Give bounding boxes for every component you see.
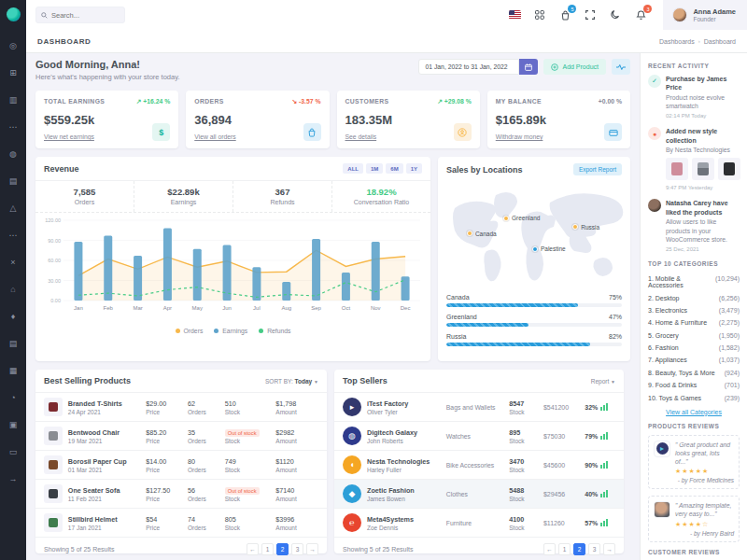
category-count: (1,582)	[719, 344, 740, 351]
view-all-categories-link[interactable]: View all Categories	[648, 409, 740, 415]
stat-link[interactable]: Withdraw money	[496, 133, 543, 140]
apps-grid-icon[interactable]	[533, 8, 546, 21]
fullscreen-icon[interactable]	[584, 8, 597, 21]
map-marker-canada[interactable]: Canada	[467, 231, 497, 237]
product-row[interactable]: Bentwood Chair19 Mar 2021$85.20Price35Or…	[35, 421, 327, 450]
product-review-2[interactable]: " Amazing template, very easy to..." ★★★…	[648, 496, 740, 541]
page-1[interactable]: 1	[558, 543, 571, 555]
date-range-input[interactable]: 01 Jan, 2022 to 31 Jan, 2022	[418, 59, 519, 75]
category-row[interactable]: 2. Desktop(6,256)	[648, 291, 740, 303]
notifications-bell-icon[interactable]: 3	[634, 8, 647, 21]
activity-item-purchase[interactable]: ✓ Purchase by James Price Product noise …	[648, 75, 740, 119]
legend-earnings[interactable]: Earnings	[214, 328, 247, 334]
chart-icon[interactable]: ▣	[0, 411, 26, 438]
search-box[interactable]	[35, 7, 125, 23]
dark-mode-moon-icon[interactable]	[609, 8, 622, 21]
page-3[interactable]: 3	[588, 543, 600, 555]
seller-row[interactable]: ▸iTest FactoryOliver TylerBags and Walle…	[334, 392, 624, 421]
language-flag-icon[interactable]	[508, 8, 521, 21]
cart-icon[interactable]: 5	[558, 8, 571, 21]
category-row[interactable]: 7. Appliances(1,037)	[648, 354, 740, 366]
filter-all[interactable]: ALL	[343, 163, 363, 174]
filter-6m[interactable]: 6M	[386, 163, 402, 174]
invoice-icon[interactable]: ▤	[0, 329, 26, 357]
product-row[interactable]: One Seater Sofa11 Feb 2021$127.50Price56…	[35, 479, 327, 508]
seller-row[interactable]: ℮Meta4SystemsZoe DennisFurniture4100Stoc…	[334, 508, 624, 537]
product-review-1[interactable]: ▸ " Great product and looks great, lots …	[648, 435, 740, 490]
clock-icon[interactable]: ◔	[0, 384, 26, 411]
filter-1m[interactable]: 1M	[366, 163, 383, 174]
page-2[interactable]: 2	[276, 543, 289, 555]
world-map[interactable]: Greenland Canada Russia Palestine	[438, 182, 630, 292]
legend-orders[interactable]: Orders	[176, 328, 204, 334]
category-name: 7. Appliances	[648, 357, 687, 363]
page-prev[interactable]: ←	[247, 543, 259, 555]
category-row[interactable]: 3. Electronics(3,479)	[648, 304, 740, 316]
category-row[interactable]: 1. Mobile & Accessories(10,294)	[648, 273, 740, 291]
add-product-button[interactable]: Add Product	[543, 59, 606, 75]
activity-pulse-button[interactable]	[612, 59, 630, 75]
category-row[interactable]: 6. Fashion(1,582)	[648, 342, 740, 354]
seller-row[interactable]: ◆Zoetic FashionJames BowenClothes5488Sto…	[334, 479, 624, 508]
activity-item-liked[interactable]: Natasha Carey have liked the products Al…	[648, 199, 740, 252]
category-row[interactable]: 10. Toys & Games(239)	[648, 391, 740, 403]
revenue-chart[interactable]: 0.0030.0060.0090.00120.00JanFebMarAprMay…	[35, 213, 430, 327]
app-logo[interactable]	[0, 0, 26, 28]
page-3[interactable]: 3	[291, 543, 303, 555]
product-thumb-bag[interactable]	[718, 158, 740, 180]
product-row[interactable]: Branded T-Shirts24 Apr 2021$29.00Price62…	[35, 392, 327, 421]
calendar-button[interactable]	[519, 59, 538, 75]
seller-percent: 90%	[585, 461, 615, 469]
category-row[interactable]: 8. Beauty, Toys & More(924)	[648, 367, 740, 379]
page-next[interactable]: →	[306, 543, 318, 555]
map-marker-palestine[interactable]: Palestine	[532, 245, 566, 252]
category-row[interactable]: 4. Home & Furniture(2,275)	[648, 316, 740, 329]
stat-link[interactable]: View all orders	[194, 133, 235, 140]
report-dropdown[interactable]: Report ▼	[591, 378, 615, 385]
map-icon[interactable]: ▭	[0, 438, 26, 465]
category-row[interactable]: 9. Food & Drinks(701)	[648, 379, 740, 391]
map-marker-russia[interactable]: Russia	[572, 224, 599, 231]
page-prev[interactable]: ←	[543, 543, 556, 555]
product-thumb-jacket[interactable]	[666, 158, 688, 180]
product-thumb-tripod[interactable]	[692, 158, 714, 180]
apps-icon[interactable]: ⊞	[0, 59, 26, 86]
account-icon[interactable]: ◍	[0, 140, 26, 167]
idcard-icon[interactable]: ▤	[0, 167, 26, 194]
layouts-icon[interactable]: ▥	[0, 86, 26, 113]
page-next[interactable]: →	[603, 543, 615, 555]
breadcrumb-parent[interactable]: Dashboards	[659, 38, 695, 45]
dashboard-icon[interactable]: ◎	[0, 32, 26, 59]
flask-icon[interactable]: ♦	[0, 302, 26, 329]
map-marker-greenland[interactable]: Greenland	[503, 215, 540, 221]
category-name: 4. Home & Furniture	[648, 319, 707, 326]
briefcase-icon[interactable]: ⌂	[0, 275, 26, 302]
sort-by-dropdown[interactable]: SORT BY: Today ▼	[265, 378, 318, 385]
seller-row[interactable]: ◖Nesta TechnologiesHarley FullerBike Acc…	[334, 450, 624, 479]
export-icon[interactable]: →	[0, 465, 26, 492]
notifications-icon[interactable]: △	[0, 194, 26, 221]
close-icon[interactable]: ×	[0, 248, 26, 275]
dots-icon-2[interactable]: ⋯	[0, 221, 26, 248]
legend-refunds[interactable]: Refunds	[259, 328, 290, 334]
export-report-button[interactable]: Export Report	[573, 163, 622, 175]
logo-icon	[7, 7, 21, 21]
search-input[interactable]	[51, 11, 119, 20]
dots-icon[interactable]: ⋯	[0, 113, 26, 140]
sales-by-locations-card: Sales by Locations Export Report	[438, 157, 630, 361]
product-row[interactable]: Stillbird Helmet17 Jan 2021$54Price74Ord…	[35, 508, 327, 537]
filter-1y[interactable]: 1Y	[406, 163, 422, 174]
table-icon[interactable]: ▦	[0, 357, 26, 384]
page-1[interactable]: 1	[261, 543, 274, 555]
category-row[interactable]: 5. Grocery(1,950)	[648, 329, 740, 341]
stat-link[interactable]: See details	[345, 133, 377, 140]
category-count: (2,275)	[719, 319, 740, 326]
page-2[interactable]: 2	[573, 543, 585, 555]
seller-row[interactable]: ◍Digitech GalaxyJohn RobertsWatches895St…	[334, 421, 624, 450]
user-menu[interactable]: Anna Adame Founder	[663, 0, 747, 30]
seller-amount: $541200	[543, 404, 585, 411]
product-row[interactable]: Borosil Paper Cup01 Mar 2021$14.00Price8…	[35, 450, 327, 479]
stat-link[interactable]: View net earnings	[44, 133, 94, 140]
activity-item-style-collection[interactable]: ● Added new style collection By Nesta Te…	[648, 127, 740, 191]
page-title-row: DASHBOARD Dashboards › Dashboard	[26, 30, 747, 53]
